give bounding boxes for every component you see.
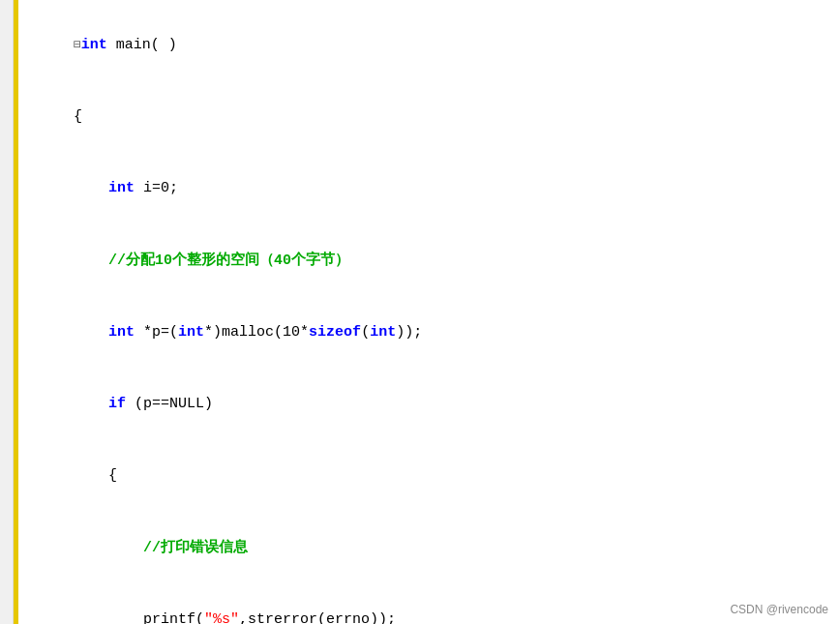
code-indent xyxy=(74,540,143,556)
collapse-icon: ⊟ xyxy=(74,38,81,52)
code-text: (p==NULL) xyxy=(126,396,213,412)
yellow-line xyxy=(14,0,18,624)
code-line: int i=0; xyxy=(21,154,830,225)
code-indent xyxy=(74,180,108,196)
code-text: main( ) xyxy=(107,37,177,53)
keyword: if xyxy=(108,396,126,412)
keyword-int: int xyxy=(81,37,107,53)
code-string: "%s" xyxy=(204,611,239,624)
code-line: { xyxy=(21,441,830,513)
code-text: { xyxy=(74,108,82,125)
code-text: ,strerror(errno)); xyxy=(239,611,396,624)
code-line: int *p=(int*)malloc(10*sizeof(int)); xyxy=(21,297,830,369)
code-area: ⊟int main( ) { int i=0; //分配10个整形的空间（40个… xyxy=(21,10,830,624)
code-text: i=0; xyxy=(135,180,178,196)
code-text: *p=( xyxy=(135,324,178,341)
code-comment: //分配10个整形的空间（40个字节） xyxy=(108,253,349,269)
keyword: int xyxy=(108,324,135,341)
watermark: CSDN @rivencode xyxy=(730,603,828,616)
code-indent xyxy=(74,253,108,269)
code-indent xyxy=(74,324,108,341)
code-line: { xyxy=(21,81,830,153)
code-line: //打印错误信息 xyxy=(21,513,830,584)
keyword: sizeof xyxy=(309,324,361,341)
code-comment: //打印错误信息 xyxy=(143,540,248,556)
code-line: ⊟int main( ) xyxy=(21,10,830,81)
code-indent xyxy=(74,467,108,484)
code-text: ( xyxy=(361,324,370,341)
keyword: int xyxy=(178,324,204,341)
code-container: ⊟int main( ) { int i=0; //分配10个整形的空间（40个… xyxy=(0,0,840,624)
code-indent xyxy=(74,396,108,412)
code-line: printf("%s",strerror(errno)); xyxy=(21,584,830,624)
code-text: *)malloc(10* xyxy=(204,324,309,341)
code-indent xyxy=(74,611,143,624)
code-text: { xyxy=(108,467,117,484)
keyword: int xyxy=(370,324,396,341)
code-text: printf( xyxy=(143,611,204,624)
left-bar xyxy=(0,0,14,624)
code-text: )); xyxy=(396,324,422,341)
code-line: if (p==NULL) xyxy=(21,369,830,440)
keyword: int xyxy=(108,180,135,196)
code-line: //分配10个整形的空间（40个字节） xyxy=(21,225,830,297)
